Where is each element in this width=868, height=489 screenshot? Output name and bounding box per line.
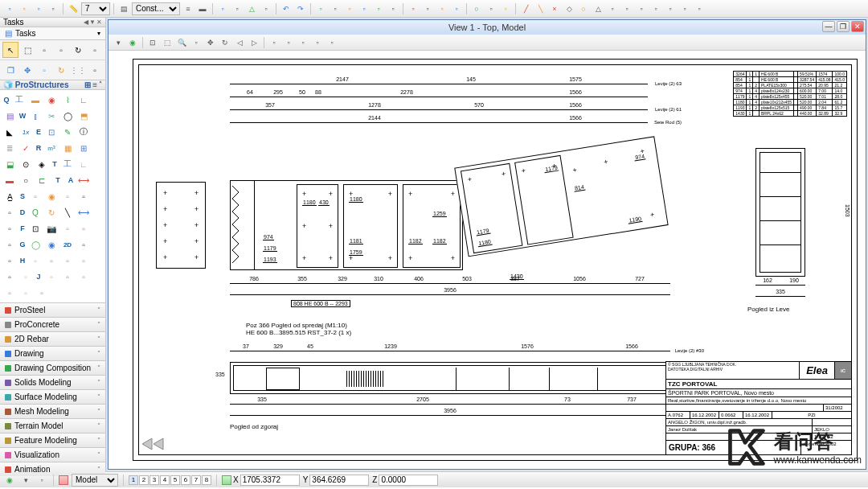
- drw5-icon[interactable]: ▫: [2, 204, 18, 220]
- view-next-icon[interactable]: ▫: [53, 42, 69, 58]
- j2-icon[interactable]: ▫: [59, 269, 76, 285]
- tape-value-combo[interactable]: 7: [81, 2, 110, 15]
- section-drawing-composition[interactable]: Drawing Composition˅: [0, 360, 105, 375]
- g4-icon[interactable]: ▫: [76, 236, 92, 253]
- dim-icon[interactable]: ⟷: [76, 172, 92, 188]
- mirror-icon[interactable]: ▫: [36, 62, 52, 78]
- q-icon[interactable]: Q: [27, 204, 43, 220]
- view1-icon[interactable]: ▫: [314, 2, 327, 15]
- snap4-icon[interactable]: ◇: [563, 2, 575, 15]
- display-style-icon[interactable]: ▫: [326, 36, 338, 49]
- snap7-icon[interactable]: ▫: [606, 2, 619, 15]
- view-toggle-2[interactable]: 2: [139, 475, 149, 485]
- partlist-icon[interactable]: ≣: [2, 140, 18, 156]
- window-icon[interactable]: ⬚: [161, 36, 174, 49]
- section-icon[interactable]: ⬓: [2, 156, 18, 172]
- zoomin-icon[interactable]: 🔍: [175, 36, 188, 49]
- pan-icon[interactable]: ✥: [204, 36, 217, 49]
- display-icon[interactable]: ▫: [436, 2, 448, 15]
- j5-icon[interactable]: ▫: [18, 285, 34, 301]
- g1-icon[interactable]: ◯: [27, 236, 43, 253]
- view-toggle-8[interactable]: 8: [202, 475, 211, 485]
- channel-icon[interactable]: ⊏: [34, 172, 50, 188]
- view-prev2-icon[interactable]: ◁: [233, 36, 246, 49]
- scale-icon[interactable]: ▫: [87, 62, 103, 78]
- move-icon[interactable]: ✥: [19, 62, 35, 78]
- msg-center-icon[interactable]: ◉: [3, 474, 16, 487]
- new-icon[interactable]: ▫: [3, 2, 16, 15]
- layer-combo[interactable]: Const...: [132, 2, 180, 15]
- snap11-icon[interactable]: ▫: [664, 2, 677, 15]
- drawing-canvas[interactable]: 326411HE 600 B59.51%1574100.08541HE 600 …: [108, 51, 866, 469]
- running-icon[interactable]: ▾: [19, 474, 32, 487]
- twod-icon[interactable]: 2D: [59, 236, 76, 253]
- section-proconcrete[interactable]: ProConcrete˅: [0, 317, 105, 331]
- label-icon[interactable]: A̲: [2, 188, 18, 204]
- drw1-icon[interactable]: ▫: [27, 188, 43, 204]
- tools-icon[interactable]: ▫: [450, 2, 463, 15]
- key-in-icon[interactable]: ▫: [260, 2, 272, 15]
- zoom-icon[interactable]: ▫: [87, 42, 103, 58]
- angle-icon[interactable]: ∟: [76, 156, 92, 172]
- h2-icon[interactable]: ▫: [43, 253, 59, 269]
- view-disp-icon[interactable]: ◉: [126, 36, 139, 49]
- lineweight-icon[interactable]: ▬: [196, 2, 209, 15]
- minimize-icon[interactable]: —: [822, 21, 835, 32]
- view-toggle-1[interactable]: 1: [129, 475, 138, 485]
- f3-icon[interactable]: ▫: [59, 220, 76, 236]
- view4-icon[interactable]: ▫: [358, 2, 371, 15]
- fence-place-icon[interactable]: ⬚: [19, 42, 35, 58]
- zoomout-icon[interactable]: ▫: [190, 36, 203, 49]
- layers-icon[interactable]: ▤: [117, 2, 130, 15]
- section-prosteel[interactable]: ProSteel˅: [0, 302, 105, 317]
- copy-icon[interactable]: ❐: [2, 62, 18, 78]
- render-icon[interactable]: ▫: [407, 2, 420, 15]
- group-icon[interactable]: ⊡: [43, 124, 59, 140]
- x-input[interactable]: [240, 475, 300, 486]
- l3-icon[interactable]: ▫: [2, 220, 18, 236]
- section-solids-modeling[interactable]: Solids Modeling˅: [0, 375, 105, 389]
- plate2-icon[interactable]: ▬: [2, 172, 18, 188]
- connect-icon[interactable]: ∟: [76, 92, 92, 108]
- weld-icon[interactable]: ⌇: [59, 92, 76, 108]
- h6-icon[interactable]: ▫: [18, 269, 34, 285]
- drill-icon[interactable]: ◯: [59, 108, 76, 124]
- h5-icon[interactable]: ▫: [2, 269, 18, 285]
- j3-icon[interactable]: ▫: [76, 269, 92, 285]
- onex-icon[interactable]: 1x: [18, 124, 34, 140]
- l2-icon[interactable]: ⟷: [76, 204, 92, 220]
- linestyle-icon[interactable]: ≡: [182, 2, 194, 15]
- frame-icon[interactable]: ▦: [59, 140, 76, 156]
- volume-icon[interactable]: m³: [43, 140, 59, 156]
- drw3-icon[interactable]: ▫: [59, 188, 76, 204]
- g2-icon[interactable]: ◉: [43, 236, 59, 253]
- grid-icon[interactable]: ⊞: [76, 140, 92, 156]
- drw2-icon[interactable]: ◉: [43, 188, 59, 204]
- view-attr-icon[interactable]: ▾: [112, 36, 125, 49]
- view3d-icon[interactable]: ◈: [34, 156, 50, 172]
- snap1-icon[interactable]: ╱: [519, 2, 532, 15]
- print-icon[interactable]: ▫: [47, 2, 59, 15]
- section-mesh-modeling[interactable]: Mesh Modeling˅: [0, 404, 105, 418]
- rotate-view-icon[interactable]: ↻: [219, 36, 231, 49]
- design-hist-icon[interactable]: ▫: [35, 474, 48, 487]
- view-toggle-4[interactable]: 4: [160, 475, 170, 485]
- grid-icon[interactable]: ▫: [231, 2, 244, 15]
- steel-shape-icon[interactable]: 工: [11, 92, 27, 108]
- view-next2-icon[interactable]: ▷: [248, 36, 260, 49]
- detail-icon[interactable]: ⊙: [18, 156, 34, 172]
- element-info-icon[interactable]: ▫: [216, 2, 229, 15]
- y-input[interactable]: [309, 475, 369, 486]
- clip-vol-icon[interactable]: ▫: [268, 36, 280, 49]
- snap9-icon[interactable]: ▫: [635, 2, 648, 15]
- j1-icon[interactable]: ▫: [43, 269, 59, 285]
- view-toggle-6[interactable]: 6: [181, 475, 190, 485]
- section-2d-rebar[interactable]: 2D Rebar˅: [0, 331, 105, 346]
- section-visualization[interactable]: Visualization˅: [0, 447, 105, 462]
- rotate2-icon[interactable]: ↻: [53, 62, 69, 78]
- check-icon[interactable]: ✓: [18, 140, 34, 156]
- snap8-icon[interactable]: ▫: [620, 2, 633, 15]
- rotate-icon[interactable]: ↻: [70, 42, 86, 58]
- view6-icon[interactable]: ▫: [387, 2, 399, 15]
- clip-icon[interactable]: ▫: [421, 2, 434, 15]
